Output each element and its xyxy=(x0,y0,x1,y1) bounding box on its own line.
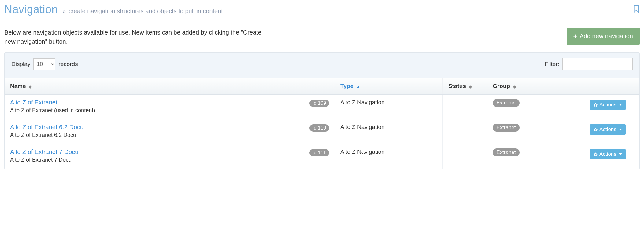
filter-input[interactable] xyxy=(562,58,633,70)
row-type: A to Z Navigation xyxy=(335,95,443,119)
row-group: Extranet xyxy=(487,95,576,119)
page-subtitle-wrap: » create navigation structures and objec… xyxy=(63,8,223,15)
filter-label: Filter: xyxy=(545,61,560,68)
id-badge: id:110 xyxy=(309,124,329,132)
table-panel: Display 10 records Filter: Name ◆ xyxy=(4,52,640,169)
col-header-actions xyxy=(576,78,639,95)
actions-label: Actions xyxy=(599,102,616,108)
plus-icon: + xyxy=(573,33,577,40)
row-type: A to Z Navigation xyxy=(335,144,443,169)
row-actions-button[interactable]: ✿ Actions xyxy=(590,124,626,135)
table-row: A to Z of Extranet A to Z of Extranet (u… xyxy=(5,95,639,119)
row-description: A to Z of Extranet (used in content) xyxy=(10,107,95,114)
row-name-link[interactable]: A to Z of Extranet 7 Docu xyxy=(10,148,78,155)
subtitle-chevron-icon: » xyxy=(63,8,66,14)
caret-down-icon xyxy=(619,129,622,130)
row-description: A to Z of Extranet 6.2 Docu xyxy=(10,132,83,138)
row-description: A to Z of Extranet 7 Docu xyxy=(10,157,78,163)
row-actions-button[interactable]: ✿ Actions xyxy=(590,100,626,110)
gear-icon: ✿ xyxy=(594,152,598,157)
col-header-group[interactable]: Group ◆ xyxy=(487,78,576,95)
navigation-table: Name ◆ Type ▲ Status ◆ Group ◆ xyxy=(5,78,639,169)
intro-text: Below are navigation objects available f… xyxy=(4,28,273,46)
actions-label: Actions xyxy=(599,126,616,133)
group-badge: Extranet xyxy=(493,148,519,156)
col-header-name[interactable]: Name ◆ xyxy=(5,78,335,95)
caret-down-icon xyxy=(619,153,622,155)
caret-down-icon xyxy=(619,104,622,106)
sort-icon: ◆ xyxy=(469,84,472,89)
row-status xyxy=(442,144,487,169)
table-row: A to Z of Extranet 6.2 Docu A to Z of Ex… xyxy=(5,119,639,144)
bookmark-icon[interactable] xyxy=(633,5,640,14)
row-name-link[interactable]: A to Z of Extranet xyxy=(10,99,57,106)
col-header-type[interactable]: Type ▲ xyxy=(335,78,443,95)
sort-icon: ◆ xyxy=(29,84,32,89)
row-type: A to Z Navigation xyxy=(335,119,443,144)
gear-icon: ✿ xyxy=(594,102,598,108)
row-actions-button[interactable]: ✿ Actions xyxy=(590,149,626,159)
actions-label: Actions xyxy=(599,151,616,157)
row-name-link[interactable]: A to Z of Extranet 6.2 Docu xyxy=(10,124,83,130)
table-row: A to Z of Extranet 7 Docu A to Z of Extr… xyxy=(5,144,639,169)
id-badge: id:109 xyxy=(309,100,329,107)
gear-icon: ✿ xyxy=(594,127,598,133)
sort-icon: ◆ xyxy=(513,84,516,89)
id-badge: id:111 xyxy=(309,149,329,156)
page-subtitle: create navigation structures and objects… xyxy=(68,8,223,14)
row-group: Extranet xyxy=(487,144,576,169)
records-label: records xyxy=(58,61,78,68)
add-button-label: Add new navigation xyxy=(579,33,633,40)
row-group: Extranet xyxy=(487,119,576,144)
row-status xyxy=(442,95,487,119)
group-badge: Extranet xyxy=(493,99,519,107)
display-records-select[interactable]: 10 xyxy=(33,58,55,70)
row-status xyxy=(442,119,487,144)
col-header-status[interactable]: Status ◆ xyxy=(442,78,487,95)
divider xyxy=(4,23,640,23)
display-label: Display xyxy=(11,61,30,68)
add-new-navigation-button[interactable]: + Add new navigation xyxy=(567,28,640,45)
sort-asc-icon: ▲ xyxy=(356,84,360,89)
page-title: Navigation xyxy=(4,3,58,16)
group-badge: Extranet xyxy=(493,124,519,132)
